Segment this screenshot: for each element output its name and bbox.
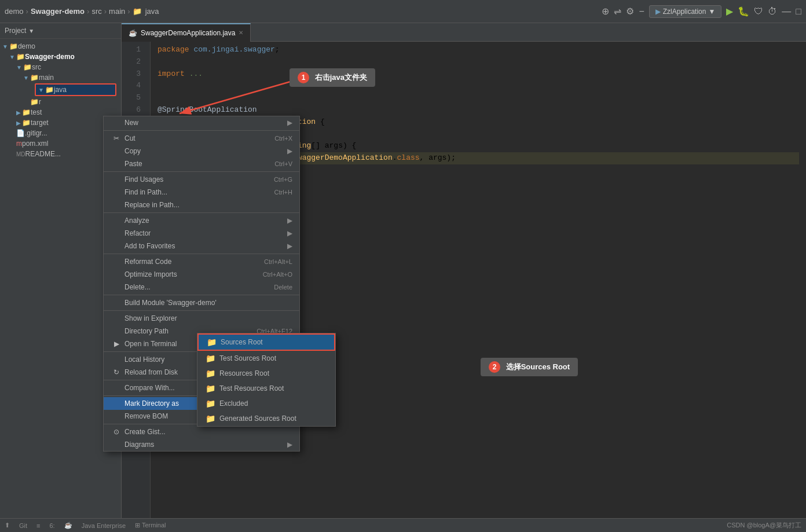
toolbar-settings-icon[interactable]: ⚙ <box>626 6 634 17</box>
tree-item-r[interactable]: 📁 r <box>0 97 121 107</box>
expand-icon: ▼ <box>38 87 44 93</box>
menu-label: Optimize Imports <box>124 270 177 278</box>
tab-file-icon: ☕ <box>129 29 137 37</box>
restore-win-button[interactable]: □ <box>796 6 801 17</box>
menu-item-new[interactable]: New ▶ <box>104 116 299 129</box>
folder-orange-icon: 📁 <box>204 399 216 408</box>
folder-green-icon: 📁 <box>204 384 216 393</box>
tree-item-java[interactable]: ▼ 📁 java <box>35 83 116 96</box>
submenu-item-resources-root[interactable]: 📁 Resources Root <box>197 366 335 381</box>
expand-icon: ▶ <box>16 120 21 126</box>
coverage-button[interactable]: 🛡 <box>754 6 763 17</box>
menu-label: Find Usages <box>124 175 163 184</box>
status-branch-label: 6: <box>49 522 54 529</box>
shortcut-label: Ctrl+H <box>274 189 292 196</box>
tree-item-label: README... <box>25 150 61 158</box>
menu-item-show-in-explorer[interactable]: Show in Explorer <box>104 312 299 325</box>
menu-item-diagrams[interactable]: Diagrams ▶ <box>104 438 299 451</box>
status-bar: ⬆ Git ≡ 6: ☕ Java Enterprise ⊞ Terminal … <box>0 518 806 532</box>
folder-icon: 📁 <box>23 63 32 71</box>
menu-item-delete[interactable]: Delete... Delete <box>104 281 299 293</box>
submenu-item-sources-root[interactable]: 📁 Sources Root <box>197 333 335 351</box>
menu-item-create-gist[interactable]: ⊙ Create Gist... <box>104 425 299 438</box>
sidebar-title: Project <box>5 27 26 35</box>
tree-item-demo[interactable]: ▼ 📁 demo <box>0 41 121 52</box>
run-button[interactable]: ▶ <box>726 6 733 17</box>
submenu-item-excluded[interactable]: 📁 Excluded <box>197 396 335 411</box>
annotation-bubble-1: 1 右击java文件夹 <box>290 68 375 87</box>
toolbar-minimize-icon[interactable]: − <box>639 6 644 17</box>
expand-icon: ▼ <box>16 64 22 71</box>
menu-item-optimize-imports[interactable]: Optimize Imports Ctrl+Alt+O <box>104 268 299 281</box>
profile-button[interactable]: ⏱ <box>768 6 777 17</box>
submenu-arrow-icon: ▶ <box>287 147 292 155</box>
expand-icon: ▼ <box>23 75 29 81</box>
menu-item-refactor[interactable]: Refactor ▶ <box>104 227 299 240</box>
menu-label: Remove BOM <box>124 412 168 420</box>
run-config-icon: ▶ <box>655 8 661 16</box>
shortcut-label: Ctrl+Alt+L <box>264 258 292 265</box>
menu-item-find-in-path[interactable]: Find in Path... Ctrl+H <box>104 186 299 199</box>
sidebar-dropdown-icon[interactable]: ▼ <box>28 28 34 34</box>
menu-label: Paste <box>124 160 142 168</box>
breadcrumb-demo: demo <box>5 7 24 16</box>
menu-label: Add to Favorites <box>124 242 175 250</box>
annotation-text-1: 右击java文件夹 <box>315 73 367 82</box>
submenu-item-generated-sources-root[interactable]: 📁 Generated Sources Root <box>197 411 335 426</box>
status-git-icon: ⬆ <box>5 522 10 529</box>
menu-item-build-module[interactable]: Build Module 'Swagger-demo' <box>104 296 299 309</box>
submenu-arrow-icon: ▶ <box>287 119 292 127</box>
tree-item-main[interactable]: ▼ 📁 main <box>0 72 121 83</box>
run-config-dropdown[interactable]: ▶ ZzlApplication ▼ <box>649 5 722 18</box>
breadcrumb-src: src <box>91 7 101 16</box>
menu-item-cut[interactable]: ✂ Cut Ctrl+X <box>104 132 299 145</box>
menu-item-reformat-code[interactable]: Reformat Code Ctrl+Alt+L <box>104 255 299 268</box>
tab-close-icon[interactable]: ✕ <box>239 30 243 36</box>
menu-item-add-to-favorites[interactable]: Add to Favorites ▶ <box>104 240 299 252</box>
editor-tab-bar: ☕ SwaggerDemoApplication.java ✕ <box>122 23 806 42</box>
menu-item-paste[interactable]: Paste Ctrl+V <box>104 157 299 170</box>
annotation-circle-2: 2 <box>489 361 500 373</box>
editor-tab-swagger[interactable]: ☕ SwaggerDemoApplication.java ✕ <box>122 23 251 42</box>
folder-icon: 📁 <box>9 42 18 50</box>
shortcut-label: Ctrl+X <box>274 135 292 142</box>
submenu-arrow-icon: ▶ <box>287 242 292 250</box>
folder-green-icon: 📁 <box>204 354 216 363</box>
menu-item-replace-in-path[interactable]: Replace in Path... <box>104 199 299 211</box>
folder-grey-icon: 📁 <box>204 414 216 423</box>
menu-item-find-usages[interactable]: Find Usages Ctrl+G <box>104 173 299 186</box>
file-icon: m <box>16 140 22 148</box>
file-icon: MD <box>16 151 25 157</box>
code-line-1: package com.jingai.swagger; <box>157 44 799 56</box>
submenu-item-test-sources-root[interactable]: 📁 Test Sources Root <box>197 351 335 366</box>
submenu-item-label: Resources Root <box>219 369 269 377</box>
tree-item-label: Swagger-demo <box>25 53 75 61</box>
reload-icon: ↻ <box>111 368 122 376</box>
tree-item-swagger-demo[interactable]: ▼ 📁 Swagger-demo <box>0 52 121 62</box>
tree-item-label: target <box>31 119 49 127</box>
menu-item-analyze[interactable]: Analyze ▶ <box>104 214 299 227</box>
minimize-win-button[interactable]: — <box>782 6 791 17</box>
toolbar-right: ⊕ ⇌ ⚙ − ▶ ZzlApplication ▼ ▶ 🐛 🛡 ⏱ — □ <box>602 5 801 18</box>
terminal-icon: ▶ <box>111 340 122 348</box>
folder-icon: 📁 <box>30 74 39 82</box>
annotation-bubble-2: 2 选择Sources Root <box>481 358 578 376</box>
folder-icon: 📁 <box>22 119 31 127</box>
folder-blue-icon: 📁 <box>204 369 216 378</box>
menu-label: Replace in Path... <box>124 201 179 209</box>
menu-label: Create Gist... <box>124 428 166 436</box>
toolbar-add-icon[interactable]: ⊕ <box>602 6 609 17</box>
breadcrumb-swagger: Swagger-demo <box>31 7 85 16</box>
submenu-item-test-resources-root[interactable]: 📁 Test Resources Root <box>197 381 335 396</box>
code-line-3: import ... <box>157 68 799 80</box>
menu-label: Show in Explorer <box>124 314 177 322</box>
toolbar-split-icon[interactable]: ⇌ <box>614 6 621 17</box>
status-java-enterprise-label: Java Enterprise <box>82 522 126 529</box>
menu-label: Delete... <box>124 283 151 291</box>
debug-button[interactable]: 🐛 <box>738 6 749 17</box>
menu-item-copy[interactable]: Copy ▶ <box>104 145 299 157</box>
tree-item-label: src <box>32 63 41 71</box>
tree-item-src[interactable]: ▼ 📁 src <box>0 62 121 72</box>
separator <box>104 310 299 311</box>
menu-label: Find in Path... <box>124 188 167 196</box>
